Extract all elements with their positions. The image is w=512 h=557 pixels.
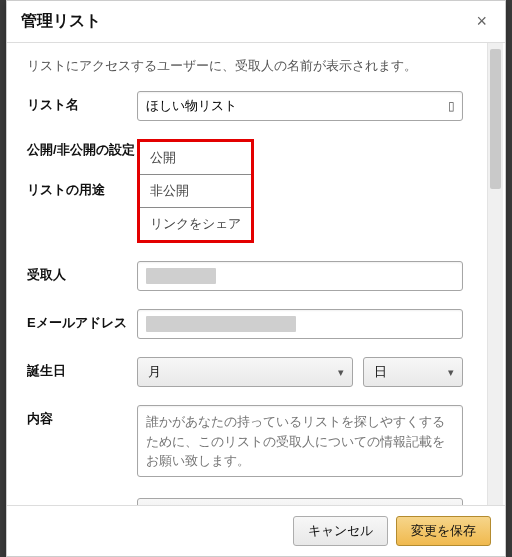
modal-title: 管理リスト — [21, 11, 101, 32]
modal-body: リストにアクセスするユーザーに、受取人の名前が表示されます。 リスト名 ▯ 公開… — [7, 43, 505, 505]
address-select[interactable]: 登録しない ▾ — [137, 498, 463, 505]
privacy-option-private[interactable]: 非公開 — [140, 175, 251, 208]
modal-header: 管理リスト × — [7, 1, 505, 43]
list-name-input[interactable] — [137, 91, 463, 121]
label-privacy: 公開/非公開の設定 — [27, 141, 137, 159]
redacted-text — [146, 316, 296, 332]
modal-footer: キャンセル 変更を保存 — [7, 505, 505, 556]
privacy-option-public[interactable]: 公開 — [140, 142, 251, 175]
scrollbar[interactable] — [487, 43, 503, 505]
label-email: Eメールアドレス — [27, 309, 137, 332]
birthday-month-value: 月 — [148, 363, 161, 381]
close-icon[interactable]: × — [472, 11, 491, 32]
tag-icon: ▯ — [448, 99, 455, 113]
recipient-input[interactable] — [137, 261, 463, 291]
cancel-button[interactable]: キャンセル — [293, 516, 388, 546]
scrollbar-thumb[interactable] — [490, 49, 501, 189]
label-recipient: 受取人 — [27, 261, 137, 284]
birthday-day-value: 日 — [374, 363, 387, 381]
label-content: 内容 — [27, 405, 137, 428]
modal-description: リストにアクセスするユーザーに、受取人の名前が表示されます。 — [27, 57, 463, 75]
row-birthday: 誕生日 月 ▾ 日 ▾ — [27, 357, 463, 387]
privacy-option-share-link[interactable]: リンクをシェア — [140, 208, 251, 240]
email-input[interactable] — [137, 309, 463, 339]
label-list-name: リスト名 — [27, 91, 137, 114]
row-recipient: 受取人 — [27, 261, 463, 291]
row-list-name: リスト名 ▯ — [27, 91, 463, 121]
privacy-usage-block: 公開/非公開の設定 リストの用途 公開 非公開 リンクをシェア — [27, 139, 463, 243]
label-address: お届け先住所 — [27, 498, 137, 505]
redacted-text — [146, 268, 216, 284]
label-usage: リストの用途 — [27, 181, 137, 199]
birthday-day-select[interactable]: 日 ▾ — [363, 357, 463, 387]
row-address: お届け先住所 登録しない ▾ — [27, 498, 463, 505]
content-textarea[interactable] — [137, 405, 463, 477]
manage-list-modal: 管理リスト × リストにアクセスするユーザーに、受取人の名前が表示されます。 リ… — [6, 0, 506, 557]
address-select-value: 登録しない — [148, 504, 213, 505]
label-birthday: 誕生日 — [27, 357, 137, 380]
birthday-month-select[interactable]: 月 ▾ — [137, 357, 353, 387]
chevron-down-icon: ▾ — [338, 366, 344, 379]
row-email: Eメールアドレス — [27, 309, 463, 339]
row-content: 内容 — [27, 405, 463, 480]
chevron-down-icon: ▾ — [448, 366, 454, 379]
save-button[interactable]: 変更を保存 — [396, 516, 491, 546]
privacy-dropdown-open: 公開 非公開 リンクをシェア — [137, 139, 254, 243]
